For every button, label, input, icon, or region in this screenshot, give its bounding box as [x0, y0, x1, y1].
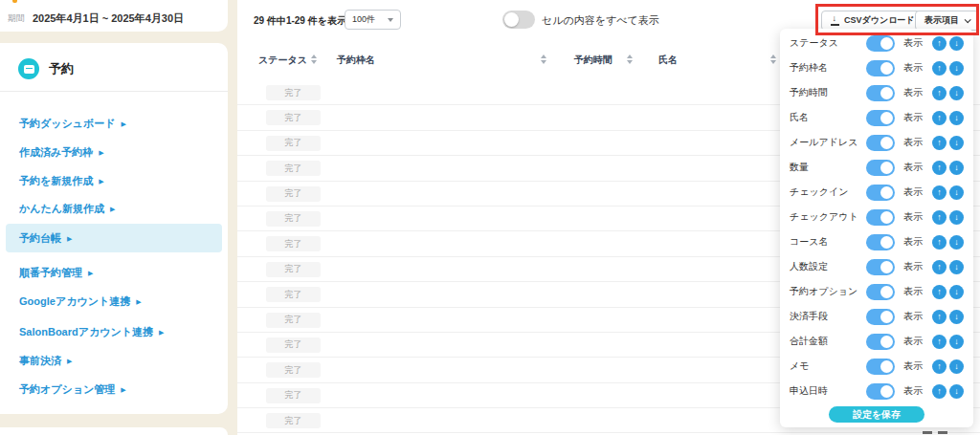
- arrow-down-circle-icon[interactable]: ↓: [949, 136, 964, 150]
- column-header-name: 氏名: [658, 54, 678, 67]
- reorder-arrows: ↑↓: [932, 185, 964, 200]
- sort-icon[interactable]: [627, 54, 633, 64]
- sidebar-item-label: 予約を新規作成: [19, 174, 93, 188]
- sidebar-item[interactable]: 予約を新規作成 ▶: [0, 166, 228, 195]
- arrow-down-circle-icon[interactable]: ↓: [949, 111, 964, 125]
- column-visibility-state: 表示: [903, 384, 926, 398]
- column-setting-label: 予約オプション: [790, 285, 866, 298]
- period-value: 2025年4月1日 ~ 2025年4月30日: [33, 11, 184, 26]
- sort-icon[interactable]: [770, 54, 776, 64]
- column-setting-row: 予約オプション 表示 ↑↓: [790, 279, 964, 304]
- arrow-up-circle-icon[interactable]: ↑: [932, 310, 947, 324]
- sort-icon[interactable]: [541, 54, 546, 64]
- arrow-up-circle-icon[interactable]: ↑: [932, 384, 947, 399]
- arrow-up-circle-icon[interactable]: ↑: [932, 136, 947, 150]
- arrow-down-circle-icon[interactable]: ↓: [949, 310, 964, 324]
- period-card: 期間 2025年4月1日 ~ 2025年4月30日: [0, 0, 228, 32]
- arrow-up-circle-icon[interactable]: ↑: [932, 111, 947, 125]
- column-visibility-toggle[interactable]: [866, 284, 895, 300]
- sidebar-item-label: Googleアカウント連携: [19, 294, 130, 309]
- column-visibility-toggle[interactable]: [866, 259, 895, 275]
- arrow-down-circle-icon[interactable]: ↓: [949, 335, 964, 349]
- column-visibility-state: 表示: [903, 260, 926, 273]
- sidebar-item[interactable]: 予約オプション管理 ▶: [0, 375, 228, 403]
- sidebar-item[interactable]: Googleアカウント連携 ▶: [0, 287, 228, 315]
- column-visibility-state: 表示: [903, 111, 926, 124]
- column-visibility-toggle[interactable]: [866, 160, 895, 176]
- arrow-up-circle-icon[interactable]: ↑: [932, 359, 947, 374]
- column-setting-row: ステータス 表示 ↑↓: [790, 31, 964, 55]
- column-visibility-toggle[interactable]: [866, 60, 895, 76]
- column-setting-row: コース名 表示 ↑↓: [790, 229, 964, 254]
- display-columns-button[interactable]: 表示項目: [915, 11, 979, 31]
- caret-right-icon: ▶: [159, 329, 164, 336]
- column-visibility-toggle[interactable]: [866, 135, 895, 151]
- arrow-up-circle-icon[interactable]: ↑: [932, 260, 947, 274]
- column-setting-label: 申込日時: [790, 384, 866, 398]
- sidebar-item[interactable]: 事前決済 ▶: [0, 346, 228, 375]
- arrow-up-circle-icon[interactable]: ↑: [932, 86, 947, 100]
- period-row: 期間 2025年4月1日 ~ 2025年4月30日: [8, 11, 184, 26]
- column-visibility-toggle[interactable]: [866, 359, 895, 375]
- column-visibility-toggle[interactable]: [866, 234, 895, 250]
- column-visibility-toggle[interactable]: [866, 85, 895, 101]
- column-visibility-toggle[interactable]: [866, 383, 895, 400]
- column-setting-row: 合計金額 表示 ↑↓: [790, 329, 964, 354]
- column-visibility-state: 表示: [903, 136, 926, 149]
- arrow-down-circle-icon[interactable]: ↓: [949, 384, 964, 399]
- arrow-up-circle-icon[interactable]: ↑: [932, 285, 947, 299]
- arrow-up-circle-icon[interactable]: ↑: [932, 235, 947, 250]
- reorder-arrows: ↑↓: [932, 61, 964, 76]
- show-all-cells-toggle[interactable]: [502, 11, 535, 29]
- arrow-up-circle-icon[interactable]: ↑: [932, 335, 947, 349]
- arrow-down-circle-icon[interactable]: ↓: [949, 185, 964, 200]
- save-settings-button[interactable]: 設定を保存: [829, 406, 924, 423]
- column-setting-row: 予約時間 表示 ↑↓: [790, 80, 964, 105]
- column-visibility-toggle[interactable]: [866, 334, 895, 350]
- column-visibility-toggle[interactable]: [866, 209, 895, 226]
- clipped-indicator-dot: [12, 0, 17, 3]
- arrow-down-circle-icon[interactable]: ↓: [949, 86, 964, 100]
- csv-download-button[interactable]: CSVダウンロード: [821, 11, 924, 31]
- status-badge: 完了: [266, 413, 321, 428]
- arrow-down-circle-icon[interactable]: ↓: [949, 36, 964, 51]
- arrow-down-circle-icon[interactable]: ↓: [949, 210, 964, 225]
- arrow-down-circle-icon[interactable]: ↓: [949, 285, 964, 299]
- sidebar-item[interactable]: 作成済み予約枠 ▶: [0, 138, 228, 166]
- calendar-icon: [18, 58, 39, 79]
- clipped-text-fragment: [923, 429, 951, 435]
- status-badge: 完了: [266, 362, 321, 378]
- caret-right-icon: ▶: [67, 235, 72, 242]
- sidebar-item[interactable]: SalonBoardアカウント連携 ▶: [0, 317, 228, 346]
- arrow-up-circle-icon[interactable]: ↑: [932, 210, 947, 225]
- column-visibility-toggle[interactable]: [866, 185, 895, 201]
- reorder-arrows: ↑↓: [932, 310, 964, 324]
- sidebar-item[interactable]: 予約ダッシュボード ▶: [0, 109, 228, 138]
- arrow-down-circle-icon[interactable]: ↓: [949, 235, 964, 250]
- arrow-down-circle-icon[interactable]: ↓: [949, 61, 964, 76]
- arrow-up-circle-icon[interactable]: ↑: [932, 161, 947, 175]
- caret-right-icon: ▶: [136, 298, 141, 305]
- caret-right-icon: ▶: [99, 178, 103, 185]
- sidebar-item[interactable]: 順番予約管理 ▶: [0, 258, 228, 287]
- column-visibility-state: 表示: [903, 36, 926, 50]
- column-visibility-toggle[interactable]: [866, 309, 895, 325]
- arrow-up-circle-icon[interactable]: ↑: [932, 36, 947, 51]
- page-size-select[interactable]: 100件: [345, 10, 401, 30]
- column-visibility-toggle[interactable]: [866, 35, 895, 52]
- sidebar-item[interactable]: 予約台帳 ▶: [6, 224, 222, 252]
- arrow-up-circle-icon[interactable]: ↑: [932, 61, 947, 76]
- reorder-arrows: ↑↓: [932, 36, 964, 51]
- column-setting-label: コース名: [790, 235, 866, 249]
- reorder-arrows: ↑↓: [932, 136, 964, 150]
- sort-icon[interactable]: [311, 54, 317, 64]
- column-visibility-toggle[interactable]: [866, 110, 895, 126]
- arrow-down-circle-icon[interactable]: ↓: [949, 359, 964, 374]
- arrow-down-circle-icon[interactable]: ↓: [949, 260, 964, 274]
- next-card-edge: [0, 427, 228, 435]
- reorder-arrows: ↑↓: [932, 384, 964, 399]
- arrow-down-circle-icon[interactable]: ↓: [949, 161, 964, 175]
- sidebar-item[interactable]: かんたん新規作成 ▶: [0, 194, 228, 223]
- arrow-up-circle-icon[interactable]: ↑: [932, 185, 947, 200]
- column-header-slot-name: 予約枠名: [337, 54, 375, 67]
